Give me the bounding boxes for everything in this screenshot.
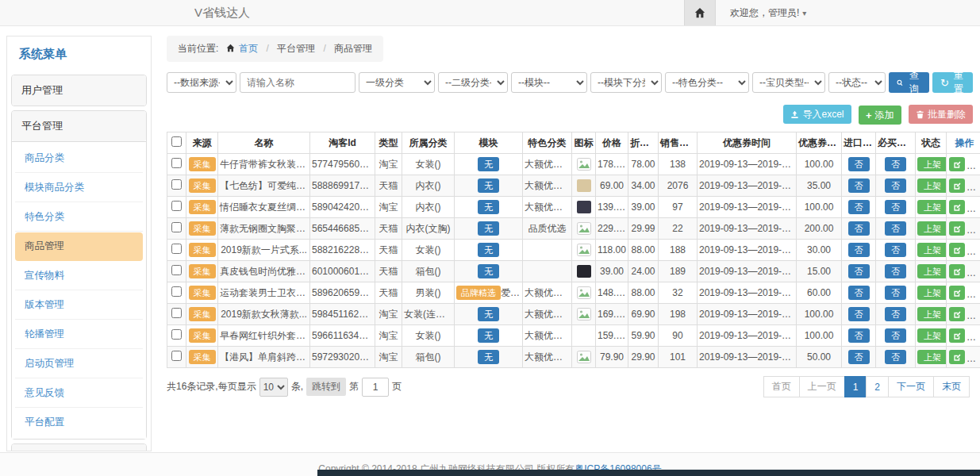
per-page-select[interactable]: 10 [259, 378, 288, 397]
status-button[interactable]: 上架 [917, 200, 947, 214]
row-checkbox[interactable] [171, 329, 182, 340]
breadcrumb-home-link[interactable]: 首页 [239, 43, 258, 54]
module-badge[interactable]: 无 [478, 328, 499, 343]
module-badge[interactable]: 无 [478, 157, 499, 171]
sidebar-item[interactable]: 版本管理 [15, 291, 143, 320]
row-checkbox[interactable] [171, 265, 182, 275]
filter-select[interactable]: --状态-- [828, 72, 886, 93]
page-button[interactable]: 首页 [763, 376, 800, 397]
edit-button[interactable] [949, 178, 965, 193]
edit-button[interactable] [949, 221, 965, 236]
must-buy-badge[interactable]: 否 [885, 328, 906, 343]
edit-button[interactable] [949, 307, 965, 321]
must-buy-badge[interactable]: 否 [885, 307, 906, 321]
status-button[interactable]: 上架 [917, 328, 947, 343]
sidebar-item[interactable]: 商品管理 [15, 232, 143, 261]
import-select-badge[interactable]: 否 [848, 286, 870, 300]
sidebar-group-heading[interactable]: 拼团管理 [12, 444, 146, 451]
import-select-badge[interactable]: 否 [848, 178, 870, 193]
must-buy-badge[interactable]: 否 [885, 243, 906, 257]
home-button[interactable] [684, 0, 716, 25]
must-buy-badge[interactable]: 否 [885, 200, 906, 214]
must-buy-badge[interactable]: 否 [885, 157, 906, 171]
must-buy-badge[interactable]: 否 [885, 178, 906, 193]
import-select-badge[interactable]: 否 [848, 350, 870, 364]
add-button[interactable]: 添加 [859, 106, 901, 125]
sidebar-item[interactable]: 宣传物料 [15, 262, 143, 290]
edit-button[interactable] [949, 328, 965, 343]
page-button[interactable]: 下一页 [888, 376, 934, 397]
edit-button[interactable] [949, 264, 965, 278]
import-select-badge[interactable]: 否 [848, 157, 870, 171]
module-badge[interactable]: 无 [478, 200, 499, 214]
module-badge[interactable]: 品牌精选 [456, 286, 501, 300]
module-badge[interactable]: 无 [478, 350, 499, 364]
status-button[interactable]: 上架 [917, 157, 947, 171]
filter-select[interactable]: --模块下分类-- [590, 72, 662, 93]
import-select-badge[interactable]: 否 [848, 221, 870, 236]
name-search-input[interactable] [240, 72, 355, 93]
page-button[interactable]: 末页 [933, 376, 970, 397]
module-badge[interactable]: 无 [478, 243, 499, 257]
edit-button[interactable] [949, 200, 965, 214]
batch-delete-button[interactable]: 批量删除 [909, 105, 973, 124]
module-badge[interactable]: 无 [478, 264, 499, 278]
import-select-badge[interactable]: 否 [848, 328, 870, 343]
sidebar-group-heading[interactable]: 用户管理 [12, 75, 146, 106]
search-button[interactable]: 查询 [889, 72, 929, 93]
import-select-badge[interactable]: 否 [848, 264, 870, 278]
import-select-badge[interactable]: 否 [848, 243, 870, 257]
filter-select[interactable]: --模块-- [511, 72, 587, 93]
must-buy-badge[interactable]: 否 [885, 286, 906, 300]
status-button[interactable]: 上架 [917, 264, 947, 278]
must-buy-badge[interactable]: 否 [885, 221, 906, 236]
sidebar-item[interactable]: 模块商品分类 [15, 174, 143, 202]
user-menu[interactable]: 欢迎您，管理员!▾ [730, 0, 806, 26]
filter-select-source[interactable]: --数据来源-- [167, 72, 236, 93]
row-checkbox[interactable] [171, 308, 182, 318]
module-badge[interactable]: 无 [478, 221, 499, 236]
edit-button[interactable] [949, 157, 965, 171]
row-checkbox[interactable] [171, 222, 182, 232]
module-badge[interactable]: 无 [478, 307, 499, 321]
import-select-badge[interactable]: 否 [848, 200, 870, 214]
module-badge[interactable]: 无 [478, 178, 499, 193]
row-checkbox[interactable] [171, 179, 182, 190]
select-all-checkbox[interactable] [171, 136, 182, 147]
jump-button[interactable]: 跳转到 [306, 378, 346, 396]
sidebar-item[interactable]: 意见反馈 [15, 379, 143, 408]
status-button[interactable]: 上架 [917, 243, 947, 257]
row-checkbox[interactable] [171, 158, 182, 168]
page-button[interactable]: 上一页 [799, 376, 845, 397]
sidebar-item[interactable]: 特色分类 [15, 203, 143, 232]
status-button[interactable]: 上架 [917, 178, 947, 193]
row-checkbox[interactable] [171, 244, 182, 254]
filter-select[interactable]: --特色分类-- [665, 72, 749, 93]
status-button[interactable]: 上架 [917, 307, 947, 321]
page-button[interactable]: 2 [866, 376, 889, 397]
row-checkbox[interactable] [171, 201, 182, 211]
edit-button[interactable] [949, 350, 965, 364]
reset-button[interactable]: ↻ 重置 [932, 72, 973, 93]
status-button[interactable]: 上架 [917, 350, 947, 364]
row-checkbox[interactable] [171, 286, 182, 297]
filter-select[interactable]: --二级分类-- [438, 72, 508, 93]
jump-page-input[interactable] [362, 378, 389, 397]
filter-select[interactable]: --宝贝类型-- [752, 72, 825, 93]
must-buy-badge[interactable]: 否 [885, 350, 906, 364]
sidebar-item[interactable]: 启动页管理 [15, 350, 143, 378]
sidebar-group-heading[interactable]: 平台管理 [12, 111, 146, 141]
page-button[interactable]: 1 [844, 376, 867, 397]
sidebar-item[interactable]: 轮播管理 [15, 321, 143, 349]
filter-select[interactable]: 一级分类 [359, 72, 435, 93]
status-button[interactable]: 上架 [917, 221, 947, 236]
row-checkbox[interactable] [171, 351, 182, 361]
sidebar-item[interactable]: 平台配置 [15, 409, 143, 436]
must-buy-badge[interactable]: 否 [885, 264, 906, 278]
edit-button[interactable] [949, 243, 965, 257]
status-button[interactable]: 上架 [917, 286, 947, 300]
import-select-badge[interactable]: 否 [848, 307, 870, 321]
edit-button[interactable] [949, 286, 965, 300]
sidebar-item[interactable]: 商品分类 [15, 144, 143, 173]
import-excel-button[interactable]: 导入excel [783, 105, 851, 124]
